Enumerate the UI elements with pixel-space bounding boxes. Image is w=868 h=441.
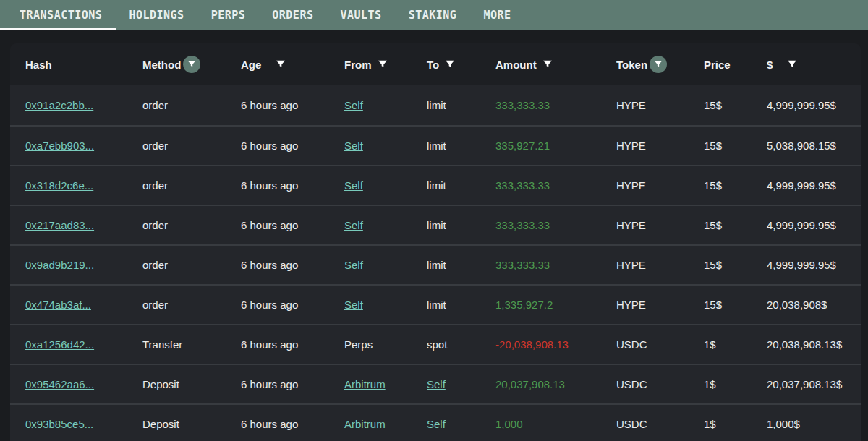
tx-hash-link[interactable]: 0x474ab3af...: [25, 299, 91, 311]
to-text: limit: [427, 259, 446, 271]
col-label-method: Method: [142, 59, 181, 71]
filter-icon-method[interactable]: [183, 56, 200, 73]
nav-tab-perps[interactable]: PERPS: [211, 9, 246, 22]
filter-icon-to[interactable]: [444, 59, 456, 70]
amount-cell: 333,333.33: [495, 99, 616, 111]
to-text: limit: [427, 99, 446, 111]
to-cell: Self: [427, 378, 495, 390]
to-cell: limit: [427, 259, 495, 271]
method-cell: order: [142, 179, 241, 192]
usd-cell: 20,037,908.13$: [767, 378, 861, 390]
method-cell: Transfer: [142, 338, 241, 351]
age-cell: 6 hours ago: [241, 140, 344, 152]
filter-icon-usd[interactable]: [786, 59, 798, 70]
table-row: 0xa1256d42... Transfer 6 hours ago Perps…: [10, 324, 861, 364]
col-header-method: Method: [142, 56, 241, 73]
nav-tab-transactions[interactable]: TRANSACTIONS: [20, 9, 102, 22]
usd-cell: 4,999,999.95$: [767, 179, 861, 192]
table-row: 0x93b85ce5... Deposit 6 hours ago Arbitr…: [10, 403, 861, 441]
from-link[interactable]: Arbitrum: [344, 418, 386, 430]
to-cell: limit: [427, 299, 495, 311]
amount-cell: 20,037,908.13: [495, 378, 616, 390]
from-cell: Self: [344, 99, 427, 111]
from-link[interactable]: Self: [344, 259, 363, 271]
hash-cell: 0x95462aa6...: [25, 378, 142, 390]
tx-hash-link[interactable]: 0x217aad83...: [25, 219, 94, 231]
amount-cell: 333,333.33: [495, 179, 616, 192]
tx-hash-link[interactable]: 0x93b85ce5...: [25, 418, 93, 430]
col-header-price: Price: [704, 59, 767, 71]
amount-cell: -20,038,908.13: [495, 338, 616, 351]
from-cell: Self: [344, 140, 427, 152]
token-cell: HYPE: [616, 259, 704, 271]
tx-hash-link[interactable]: 0x318d2c6e...: [25, 179, 93, 192]
col-label-amount: Amount: [495, 59, 537, 71]
col-label-age: Age: [241, 59, 261, 71]
to-link[interactable]: Self: [427, 378, 446, 390]
col-header-from: From: [344, 59, 427, 71]
method-cell: Deposit: [142, 378, 241, 390]
col-label-usd: $: [767, 59, 773, 71]
to-cell: limit: [427, 179, 495, 192]
nav-tab-holdings[interactable]: HOLDINGS: [129, 9, 184, 22]
price-cell: 15$: [704, 259, 767, 271]
filter-icon-from[interactable]: [377, 59, 388, 70]
from-link[interactable]: Self: [344, 99, 363, 111]
from-cell: Perps: [344, 338, 427, 351]
nav-tab-more[interactable]: MORE: [483, 9, 511, 22]
filter-icon-amount[interactable]: [542, 59, 553, 70]
tx-hash-link[interactable]: 0x91a2c2bb...: [25, 99, 93, 111]
to-text: spot: [427, 338, 447, 351]
token-cell: HYPE: [616, 299, 704, 311]
method-cell: order: [142, 140, 241, 152]
price-cell: 1$: [704, 378, 767, 390]
to-link[interactable]: Self: [427, 418, 446, 430]
to-cell: limit: [427, 99, 495, 111]
age-cell: 6 hours ago: [241, 219, 344, 231]
amount-cell: 1,000: [495, 418, 616, 430]
hash-cell: 0x217aad83...: [25, 219, 142, 231]
method-cell: order: [142, 99, 241, 111]
col-header-hash: Hash: [25, 59, 142, 71]
nav-tab-orders[interactable]: ORDERS: [272, 9, 313, 22]
from-cell: Self: [344, 259, 427, 271]
hash-cell: 0xa1256d42...: [25, 338, 142, 351]
from-link[interactable]: Self: [344, 179, 363, 192]
from-cell: Self: [344, 179, 427, 192]
price-cell: 15$: [704, 179, 767, 192]
filter-icon-age[interactable]: [275, 59, 286, 70]
amount-cell: 1,335,927.2: [495, 299, 616, 311]
table-row: 0x217aad83... order 6 hours ago Self lim…: [10, 205, 861, 244]
from-link[interactable]: Self: [344, 219, 363, 231]
nav-tab-vaults[interactable]: VAULTS: [340, 9, 381, 22]
age-cell: 6 hours ago: [241, 378, 344, 390]
tx-hash-link[interactable]: 0xa1256d42...: [25, 338, 94, 351]
tx-hash-link[interactable]: 0x9ad9b219...: [25, 259, 94, 271]
filter-icon-token[interactable]: [650, 56, 667, 73]
price-cell: 1$: [704, 338, 767, 351]
table-header: Hash Method Age From To Amou: [10, 43, 861, 85]
tx-hash-link[interactable]: 0x95462aa6...: [25, 378, 94, 390]
from-link[interactable]: Self: [344, 299, 363, 311]
table-body: 0x91a2c2bb... order 6 hours ago Self lim…: [10, 85, 861, 441]
token-cell: HYPE: [616, 179, 704, 192]
age-cell: 6 hours ago: [241, 338, 344, 351]
from-link[interactable]: Arbitrum: [344, 378, 386, 390]
usd-cell: 20,038,908$: [767, 299, 861, 311]
hash-cell: 0x9ad9b219...: [25, 259, 142, 271]
usd-cell: 4,999,999.95$: [767, 99, 861, 111]
table-row: 0xa7ebb903... order 6 hours ago Self lim…: [10, 125, 861, 165]
nav-tab-staking[interactable]: STAKING: [409, 9, 457, 22]
hash-cell: 0x474ab3af...: [25, 299, 142, 311]
from-cell: Arbitrum: [344, 418, 427, 430]
token-cell: USDC: [616, 418, 704, 430]
method-cell: order: [142, 259, 241, 271]
from-cell: Self: [344, 299, 427, 311]
tx-hash-link[interactable]: 0xa7ebb903...: [25, 140, 94, 152]
from-link[interactable]: Self: [344, 140, 363, 152]
age-cell: 6 hours ago: [241, 259, 344, 271]
usd-cell: 4,999,999.95$: [767, 259, 861, 271]
hash-cell: 0xa7ebb903...: [25, 140, 142, 152]
col-label-from: From: [344, 59, 372, 71]
usd-cell: 5,038,908.15$: [767, 140, 861, 152]
